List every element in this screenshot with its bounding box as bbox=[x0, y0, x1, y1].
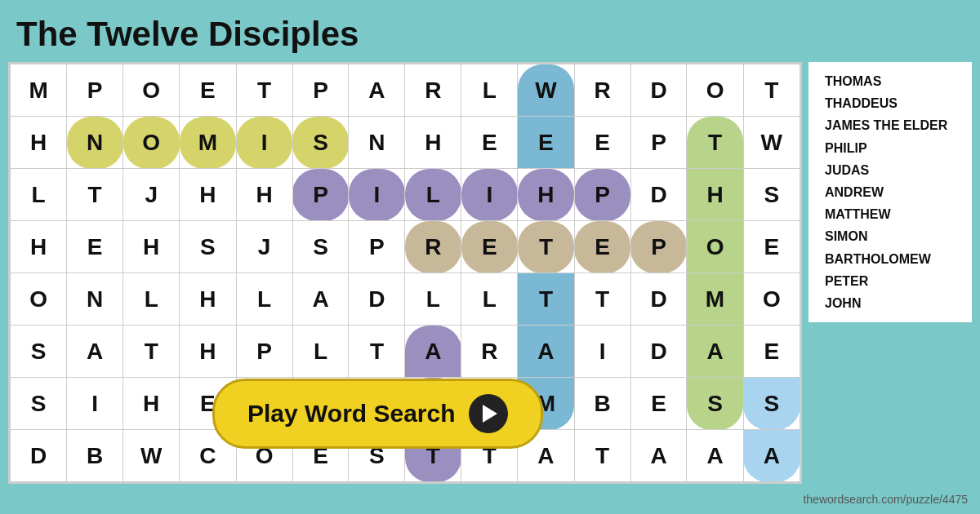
cell: H bbox=[180, 273, 236, 326]
word-list-item: BARTHOLOMEW bbox=[825, 248, 964, 270]
cell: A bbox=[67, 326, 123, 378]
cell: T bbox=[518, 273, 574, 326]
cell: S bbox=[743, 378, 800, 430]
cell: O bbox=[687, 64, 743, 117]
cell: I bbox=[349, 169, 405, 221]
cell: L bbox=[11, 169, 67, 221]
cell: D bbox=[630, 169, 687, 221]
cell: T bbox=[123, 326, 180, 378]
cell: D bbox=[630, 273, 687, 326]
cell: D bbox=[349, 273, 405, 326]
cell: L bbox=[236, 273, 292, 326]
cell: R bbox=[405, 221, 461, 273]
cell: O bbox=[123, 117, 180, 169]
cell: W bbox=[743, 117, 800, 169]
cell: M bbox=[687, 273, 743, 326]
word-list-item: THADDEUS bbox=[825, 92, 964, 114]
cell: S bbox=[11, 326, 67, 378]
cell: T bbox=[236, 64, 292, 117]
cell: A bbox=[518, 326, 574, 378]
word-list-item: JUDAS bbox=[825, 159, 964, 181]
grid-row-4: O N L H L A D L L T T D M O bbox=[11, 273, 800, 326]
word-list: THOMAS THADDEUS JAMES THE ELDER PHILIP J… bbox=[808, 62, 972, 322]
word-list-item: MATTHEW bbox=[825, 203, 964, 225]
cell: P bbox=[349, 221, 405, 273]
cell: D bbox=[630, 326, 687, 378]
cell: E bbox=[743, 326, 800, 378]
cell: R bbox=[405, 64, 461, 117]
cell: B bbox=[574, 378, 630, 430]
cell: T bbox=[67, 169, 123, 221]
cell: A bbox=[687, 430, 743, 482]
cell: T bbox=[518, 221, 574, 273]
cell: T bbox=[349, 326, 405, 378]
cell: A bbox=[743, 430, 800, 482]
word-list-item: PETER bbox=[825, 270, 964, 292]
cell: H bbox=[123, 221, 180, 273]
cell: H bbox=[405, 117, 461, 169]
cell: A bbox=[687, 326, 743, 378]
cell: H bbox=[123, 378, 180, 430]
play-button-label: Play Word Search bbox=[247, 400, 456, 428]
word-list-item: PHILIP bbox=[825, 137, 964, 159]
cell: W bbox=[123, 430, 180, 482]
cell: D bbox=[630, 64, 687, 117]
cell: N bbox=[349, 117, 405, 169]
cell: T bbox=[574, 273, 630, 326]
cell: L bbox=[461, 64, 518, 117]
cell: A bbox=[292, 273, 349, 326]
cell: H bbox=[236, 169, 292, 221]
cell: H bbox=[180, 326, 236, 378]
cell: P bbox=[292, 64, 349, 117]
cell: O bbox=[123, 64, 180, 117]
cell: S bbox=[743, 169, 800, 221]
cell: E bbox=[630, 378, 687, 430]
cell: H bbox=[687, 169, 743, 221]
word-list-item: JOHN bbox=[825, 292, 964, 314]
cell: P bbox=[574, 169, 630, 221]
cell: D bbox=[11, 430, 67, 482]
grid-row-1: H N O M I S N H E E E P T W bbox=[11, 117, 800, 169]
cell: N bbox=[67, 117, 123, 169]
play-icon bbox=[469, 394, 508, 433]
cell: T bbox=[574, 430, 630, 482]
cell: H bbox=[11, 117, 67, 169]
cell: E bbox=[461, 117, 518, 169]
cell: H bbox=[11, 221, 67, 273]
cell: E bbox=[518, 117, 574, 169]
cell: S bbox=[11, 378, 67, 430]
cell: S bbox=[687, 378, 743, 430]
cell: I bbox=[67, 378, 123, 430]
cell: L bbox=[461, 273, 518, 326]
grid-row-0: M P O E T P A R L W R D O T bbox=[11, 64, 800, 117]
cell: J bbox=[236, 221, 292, 273]
cell: A bbox=[349, 64, 405, 117]
cell: S bbox=[292, 117, 349, 169]
cell: L bbox=[405, 273, 461, 326]
cell: R bbox=[461, 326, 518, 378]
word-list-item: SIMON bbox=[825, 225, 964, 247]
cell: L bbox=[405, 169, 461, 221]
cell: I bbox=[574, 326, 630, 378]
cell: O bbox=[11, 273, 67, 326]
play-button[interactable]: Play Word Search bbox=[212, 379, 543, 449]
word-list-item: ANDREW bbox=[825, 181, 964, 203]
cell: H bbox=[518, 169, 574, 221]
cell: B bbox=[67, 430, 123, 482]
cell: O bbox=[743, 273, 800, 326]
cell: A bbox=[405, 326, 461, 378]
cell: O bbox=[687, 221, 743, 273]
cell: P bbox=[292, 169, 349, 221]
grid-row-2: L T J H H P I L I H P D H S bbox=[11, 169, 800, 221]
cell: E bbox=[574, 117, 630, 169]
cell: I bbox=[236, 117, 292, 169]
word-list-item-james: JAMES THE ELDER bbox=[825, 114, 964, 136]
cell: M bbox=[180, 117, 236, 169]
cell: E bbox=[180, 64, 236, 117]
cell: W bbox=[518, 64, 574, 117]
cell: N bbox=[67, 273, 123, 326]
cell: P bbox=[630, 221, 687, 273]
word-list-item: THOMAS bbox=[825, 70, 964, 92]
cell: E bbox=[461, 221, 518, 273]
cell: P bbox=[67, 64, 123, 117]
